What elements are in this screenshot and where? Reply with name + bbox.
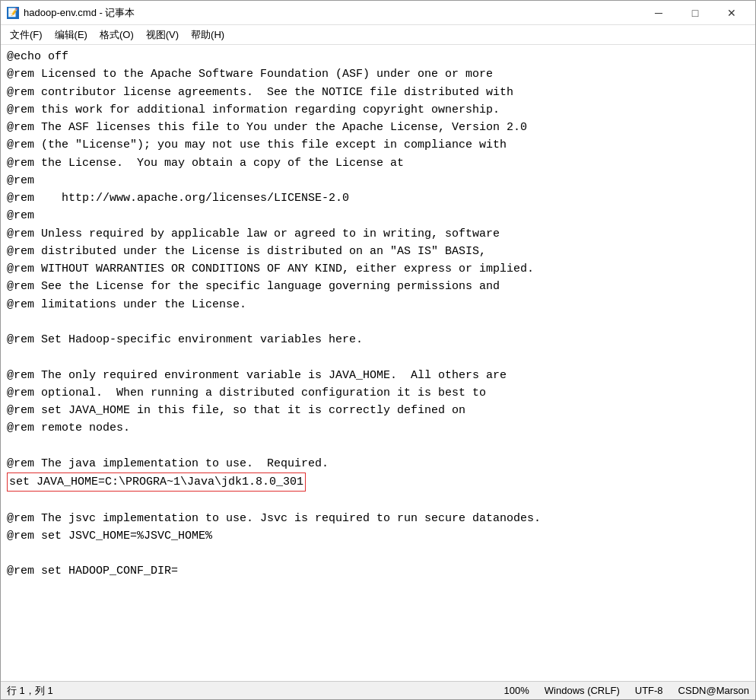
maximize-button[interactable]: □ (678, 2, 713, 24)
watermark: CSDN@Marson (678, 685, 749, 696)
menu-format[interactable]: 格式(O) (94, 27, 140, 43)
status-bar: 行 1，列 1 100% Windows (CRLF) UTF-8 CSDN@M… (1, 681, 755, 699)
title-bar-left: 📝 hadoop-env.cmd - 记事本 (7, 6, 135, 20)
line-ending: Windows (CRLF) (545, 685, 620, 696)
text-editor[interactable]: @echo off @rem Licensed to the Apache So… (1, 45, 755, 681)
title-bar: 📝 hadoop-env.cmd - 记事本 ─ □ ✕ (1, 1, 755, 25)
status-right: 100% Windows (CRLF) UTF-8 CSDN@Marson (504, 685, 749, 696)
minimize-button[interactable]: ─ (641, 2, 676, 24)
menu-view[interactable]: 视图(V) (140, 27, 185, 43)
notepad-window: 📝 hadoop-env.cmd - 记事本 ─ □ ✕ 文件(F) 编辑(E)… (0, 0, 756, 700)
window-controls: ─ □ ✕ (641, 2, 749, 24)
close-button[interactable]: ✕ (714, 2, 749, 24)
menu-bar: 文件(F) 编辑(E) 格式(O) 视图(V) 帮助(H) (1, 25, 755, 45)
menu-file[interactable]: 文件(F) (4, 27, 49, 43)
highlighted-line: set JAVA_HOME=C:\PROGRA~1\Java\jdk1.8.0_… (7, 473, 306, 492)
zoom-level: 100% (504, 685, 529, 696)
menu-help[interactable]: 帮助(H) (185, 27, 230, 43)
window-title: hadoop-env.cmd - 记事本 (24, 6, 135, 20)
cursor-position: 行 1，列 1 (7, 684, 53, 698)
encoding: UTF-8 (635, 685, 663, 696)
app-icon: 📝 (7, 7, 19, 19)
menu-edit[interactable]: 编辑(E) (49, 27, 94, 43)
content-area: @echo off @rem Licensed to the Apache So… (1, 45, 755, 681)
